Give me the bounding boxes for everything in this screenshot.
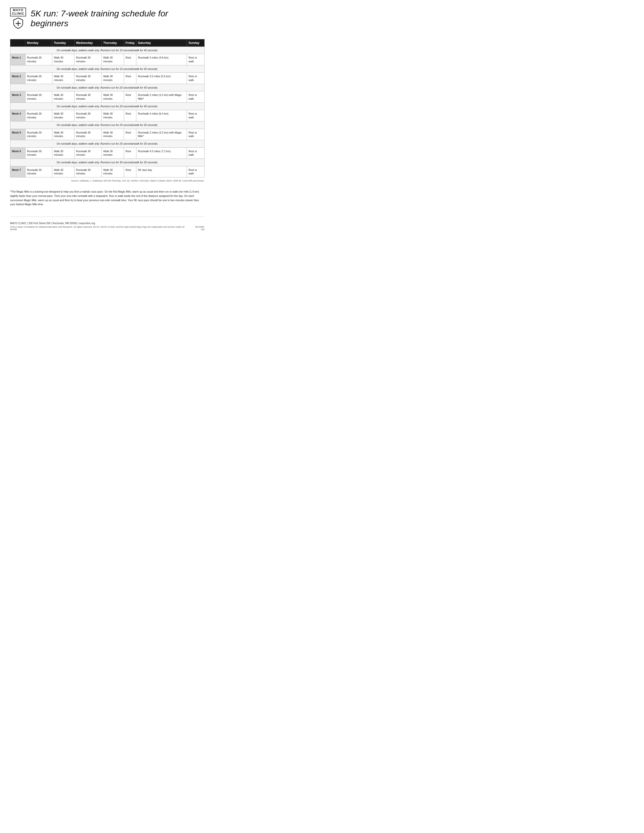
week4-sunday: Rest or walk <box>187 110 204 121</box>
col-saturday: Saturday <box>136 39 187 47</box>
week3-wednesday: Run/walk 30 minutes <box>74 92 101 103</box>
week-note-7: On run/walk days, walkers walk only. Run… <box>10 159 204 166</box>
logo-mayo: MAYO <box>12 8 24 12</box>
week-row-5: Week 5Run/walk 30 minutesWalk 30 minutes… <box>10 129 204 140</box>
footer-copyright: ©2011 Mayo Foundation for Medical Educat… <box>10 226 192 231</box>
week-row-7: Week 7Run/walk 30 minutesWalk 30 minutes… <box>10 166 204 177</box>
week-row-6: Week 6Run/walk 30 minutesWalk 30 minutes… <box>10 148 204 159</box>
page-footer: MAYO CLINIC | 200 First Street SW | Roch… <box>10 217 204 231</box>
week-note-6: On run/walk days, walkers walk only. Run… <box>10 140 204 148</box>
mayo-clinic-logo: MAYO CLINIC <box>10 8 26 29</box>
week-row-4: Week 4Run/walk 30 minutesWalk 30 minutes… <box>10 110 204 121</box>
week5-saturday: Run/walk 2 miles (3.2 km) with Magic Mil… <box>136 129 187 140</box>
week6-saturday: Run/walk 4.5 miles (7.2 km) <box>136 148 187 159</box>
week6-tuesday: Walk 30 minutes <box>52 148 74 159</box>
week-label-5: Week 5 <box>10 129 26 140</box>
week1-monday: Run/walk 30 minutes <box>26 54 52 65</box>
week1-thursday: Walk 30 minutes <box>101 54 124 65</box>
week-note-row-3: On run/walk days, walkers walk only. Run… <box>10 84 204 92</box>
page-header: MAYO CLINIC 5K run: 7-week training sche… <box>10 8 204 29</box>
schedule-table: Monday Tuesday Wednesday Thursday Friday… <box>10 39 204 177</box>
magic-mile-section: *The Magic Mile is a training tool desig… <box>10 190 204 206</box>
week-label-6: Week 6 <box>10 148 26 159</box>
week1-wednesday: Run/walk 30 minutes <box>74 54 101 65</box>
week5-thursday: Walk 30 minutes <box>101 129 124 140</box>
week2-saturday: Run/walk 3.5 miles (5.6 km) <box>136 73 187 84</box>
week-note-5: On run/walk days, walkers walk only. Run… <box>10 121 204 129</box>
table-header-row: Monday Tuesday Wednesday Thursday Friday… <box>10 39 204 47</box>
col-sunday: Sunday <box>187 39 204 47</box>
week-note-2: On run/walk days, walkers walk only. Run… <box>10 65 204 73</box>
col-wednesday: Wednesday <box>74 39 101 47</box>
week6-sunday: Rest or walk <box>187 148 204 159</box>
week3-thursday: Walk 30 minutes <box>101 92 124 103</box>
week2-tuesday: Walk 30 minutes <box>52 73 74 84</box>
week-note-3: On run/walk days, walkers walk only. Run… <box>10 84 204 92</box>
footer-address: MAYO CLINIC | 200 First Street SW | Roch… <box>10 222 204 225</box>
week-label-4: Week 4 <box>10 110 26 121</box>
week7-sunday: Rest or walk <box>187 166 204 177</box>
week2-friday: Rest <box>124 73 136 84</box>
col-monday: Monday <box>26 39 52 47</box>
week6-thursday: Walk 30 minutes <box>101 148 124 159</box>
week2-sunday: Rest or walk <box>187 73 204 84</box>
week-note-4: On run/walk days, walkers walk only. Run… <box>10 103 204 110</box>
week5-tuesday: Walk 30 minutes <box>52 129 74 140</box>
week4-monday: Run/walk 30 minutes <box>26 110 52 121</box>
week3-sunday: Rest or walk <box>187 92 204 103</box>
source-note: Source: Galloway, J. Galloway's 5K/10K R… <box>10 180 204 182</box>
page-title: 5K run: 7-week training schedule for beg… <box>31 8 204 28</box>
week5-monday: Run/walk 30 minutes <box>26 129 52 140</box>
week-label-3: Week 3 <box>10 92 26 103</box>
week4-tuesday: Walk 30 minutes <box>52 110 74 121</box>
week6-monday: Run/walk 30 minutes <box>26 148 52 159</box>
week-row-1: Week 1Run/walk 30 minutesWalk 30 minutes… <box>10 54 204 65</box>
col-thursday: Thursday <box>101 39 124 47</box>
week7-tuesday: Walk 30 minutes <box>52 166 74 177</box>
week2-monday: Run/walk 30 minutes <box>26 73 52 84</box>
week7-thursday: Walk 30 minutes <box>101 166 124 177</box>
week6-friday: Rest <box>124 148 136 159</box>
week1-saturday: Run/walk 3 miles (4.8 km) <box>136 54 187 65</box>
week4-friday: Rest <box>124 110 136 121</box>
col-week <box>10 39 26 47</box>
week3-saturday: Run/walk 2 miles (3.2 km) with Magic Mil… <box>136 92 187 103</box>
week6-wednesday: Run/walk 30 minutes <box>74 148 101 159</box>
week-note-row-4: On run/walk days, walkers walk only. Run… <box>10 103 204 110</box>
week-row-3: Week 3Run/walk 30 minutesWalk 30 minutes… <box>10 92 204 103</box>
col-tuesday: Tuesday <box>52 39 74 47</box>
week5-friday: Rest <box>124 129 136 140</box>
week-note-row-7: On run/walk days, walkers walk only. Run… <box>10 159 204 166</box>
week-note-row-5: On run/walk days, walkers walk only. Run… <box>10 121 204 129</box>
week3-tuesday: Walk 30 minutes <box>52 92 74 103</box>
col-friday: Friday <box>124 39 136 47</box>
week-note-1: On run/walk days, walkers walk only. Run… <box>10 47 204 54</box>
week-label-1: Week 1 <box>10 54 26 65</box>
week7-wednesday: Run/walk 30 minutes <box>74 166 101 177</box>
week4-thursday: Walk 30 minutes <box>101 110 124 121</box>
week4-wednesday: Run/walk 30 minutes <box>74 110 101 121</box>
logo-clinic: CLINIC <box>12 12 24 15</box>
footer-bottom: ©2011 Mayo Foundation for Medical Educat… <box>10 226 204 231</box>
week3-friday: Rest <box>124 92 136 103</box>
week7-friday: Rest <box>124 166 136 177</box>
week5-wednesday: Run/walk 30 minutes <box>74 129 101 140</box>
week7-monday: Run/walk 30 minutes <box>26 166 52 177</box>
week3-monday: Run/walk 30 minutes <box>26 92 52 103</box>
week1-friday: Rest <box>124 54 136 65</box>
week-note-row-1: On run/walk days, walkers walk only. Run… <box>10 47 204 54</box>
week2-wednesday: Run/walk 30 minutes <box>74 73 101 84</box>
week2-thursday: Walk 30 minutes <box>101 73 124 84</box>
week-label-2: Week 2 <box>10 73 26 84</box>
week5-sunday: Rest or walk <box>187 129 204 140</box>
shield-icon <box>13 18 23 29</box>
week1-sunday: Rest or walk <box>187 54 204 65</box>
week4-saturday: Run/walk 4 miles (6.4 km) <box>136 110 187 121</box>
footer-doc-id: MC0498-105 <box>192 226 204 231</box>
week-note-row-6: On run/walk days, walkers walk only. Run… <box>10 140 204 148</box>
week7-saturday: 5K race day <box>136 166 187 177</box>
week1-tuesday: Walk 30 minutes <box>52 54 74 65</box>
week-row-2: Week 2Run/walk 30 minutesWalk 30 minutes… <box>10 73 204 84</box>
magic-mile-text: *The Magic Mile is a training tool desig… <box>10 190 204 206</box>
week-note-row-2: On run/walk days, walkers walk only. Run… <box>10 65 204 73</box>
